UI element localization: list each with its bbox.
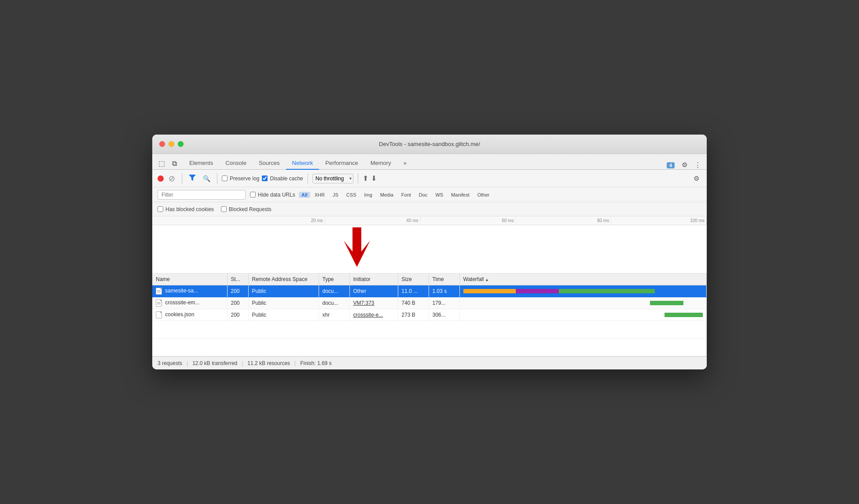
hide-data-urls-checkbox[interactable] bbox=[250, 192, 256, 197]
cell-size-1: 740 B bbox=[398, 297, 429, 309]
search-btn[interactable]: 🔍 bbox=[201, 174, 213, 183]
minimize-button[interactable] bbox=[169, 141, 174, 147]
disable-cache-checkbox[interactable] bbox=[262, 175, 268, 181]
type-btn-manifest[interactable]: Manifest bbox=[448, 191, 473, 198]
disable-cache-label[interactable]: Disable cache bbox=[262, 175, 303, 182]
tab-sources[interactable]: Sources bbox=[253, 157, 286, 170]
throttle-select[interactable]: No throttling bbox=[312, 174, 353, 183]
has-blocked-cookies-checkbox[interactable] bbox=[158, 206, 163, 212]
type-btn-ws[interactable]: WS bbox=[432, 191, 447, 198]
record-button[interactable] bbox=[158, 175, 164, 182]
svg-marker-1 bbox=[344, 227, 370, 267]
th-size[interactable]: Size bbox=[398, 274, 429, 285]
tab-bar: ⬚ ⧉ Elements Console Sources Network Per… bbox=[152, 154, 707, 170]
type-btn-doc[interactable]: Doc bbox=[415, 191, 431, 198]
tab-network[interactable]: Network bbox=[286, 157, 319, 170]
th-status[interactable]: St... bbox=[227, 274, 248, 285]
separator-4 bbox=[358, 173, 358, 184]
type-btn-media[interactable]: Media bbox=[377, 191, 397, 198]
cell-type-1: docu... bbox=[319, 297, 349, 309]
th-waterfall[interactable]: Waterfall bbox=[459, 274, 707, 285]
type-btn-img[interactable]: Img bbox=[360, 191, 375, 198]
timeline-mark-60: 60 ms bbox=[421, 216, 516, 225]
wf-bar-green-2 bbox=[664, 313, 703, 317]
empty-row-1 bbox=[152, 321, 707, 339]
waterfall-bar-container-1 bbox=[463, 300, 703, 306]
cell-waterfall-1 bbox=[459, 297, 707, 309]
table-row[interactable]: crosssite-em... 200 Public docu... VM7:3… bbox=[152, 297, 707, 309]
type-btn-css[interactable]: CSS bbox=[343, 191, 360, 198]
network-table-wrapper: Name St... Remote Address Space Type Ini… bbox=[152, 274, 707, 356]
clear-btn[interactable]: ⊘ bbox=[166, 173, 177, 184]
upload-icon[interactable]: ⬆ bbox=[363, 174, 368, 183]
network-table: Name St... Remote Address Space Type Ini… bbox=[152, 274, 707, 356]
tab-more[interactable]: » bbox=[397, 157, 413, 170]
preserve-log-checkbox[interactable] bbox=[222, 175, 228, 181]
timeline-mark-40: 40 ms bbox=[325, 216, 421, 225]
filter-icon bbox=[189, 175, 196, 181]
th-name[interactable]: Name bbox=[152, 274, 227, 285]
preserve-log-label[interactable]: Preserve log bbox=[222, 175, 259, 182]
cell-name-1: crosssite-em... bbox=[152, 297, 227, 309]
filter-btn[interactable] bbox=[187, 174, 198, 183]
cell-time-2: 306... bbox=[429, 309, 459, 321]
cell-status-2: 200 bbox=[227, 309, 248, 321]
th-time[interactable]: Time bbox=[429, 274, 459, 285]
responsive-icon-btn[interactable]: ⧉ bbox=[169, 158, 180, 169]
timeline-mark-80: 80 ms bbox=[516, 216, 611, 225]
type-btn-font[interactable]: Font bbox=[398, 191, 415, 198]
tab-memory[interactable]: Memory bbox=[364, 157, 397, 170]
window-title: DevTools - samesite-sandbox.glitch.me/ bbox=[379, 141, 480, 147]
cell-waterfall-0 bbox=[459, 285, 707, 297]
filter-input[interactable] bbox=[158, 190, 246, 200]
cell-size-0: 11.0 ... bbox=[398, 285, 429, 297]
cell-initiator-2[interactable]: crosssite-e... bbox=[349, 309, 398, 321]
th-initiator[interactable]: Initiator bbox=[349, 274, 398, 285]
cursor-icon-btn[interactable]: ⬚ bbox=[156, 157, 168, 169]
separator-1 bbox=[182, 173, 182, 184]
wf-bar-orange bbox=[463, 289, 516, 293]
empty-row-2 bbox=[152, 339, 707, 356]
wf-bar-green bbox=[559, 289, 655, 293]
type-btn-other[interactable]: Other bbox=[474, 191, 493, 198]
file-icon-2 bbox=[156, 311, 162, 318]
tab-performance[interactable]: Performance bbox=[319, 157, 364, 170]
network-settings-btn[interactable]: ⚙ bbox=[691, 174, 701, 183]
table-row[interactable]: cookies.json 200 Public xhr crosssite-e.… bbox=[152, 309, 707, 321]
blocked-requests-label[interactable]: Blocked Requests bbox=[221, 206, 272, 212]
has-blocked-cookies-label[interactable]: Has blocked cookies bbox=[158, 206, 214, 212]
cell-initiator-0: Other bbox=[349, 285, 398, 297]
blocked-requests-checkbox[interactable] bbox=[221, 206, 227, 212]
cell-remote-0: Public bbox=[248, 285, 319, 297]
hide-data-urls-label[interactable]: Hide data URLs bbox=[250, 192, 295, 198]
th-type[interactable]: Type bbox=[319, 274, 349, 285]
timeline-ruler: 20 ms 40 ms 60 ms 80 ms 100 ms bbox=[152, 216, 707, 225]
close-button[interactable] bbox=[159, 141, 165, 147]
tab-console[interactable]: Console bbox=[219, 157, 253, 170]
titlebar: DevTools - samesite-sandbox.glitch.me/ bbox=[152, 135, 707, 154]
separator-2 bbox=[217, 173, 217, 184]
type-btn-all[interactable]: All bbox=[299, 192, 310, 198]
tab-elements[interactable]: Elements bbox=[183, 157, 219, 170]
wf-bar-purple bbox=[516, 289, 559, 293]
status-transferred: 12.0 kB transferred bbox=[192, 360, 237, 366]
traffic-lights bbox=[159, 141, 184, 147]
type-btn-js[interactable]: JS bbox=[329, 191, 342, 198]
maximize-button[interactable] bbox=[178, 141, 184, 147]
separator-3 bbox=[308, 173, 308, 184]
table-row[interactable]: samesite-sa... 200 Public docu... Other … bbox=[152, 285, 707, 297]
settings-btn[interactable]: ⚙ bbox=[679, 160, 690, 169]
more-menu-btn[interactable]: ⋮ bbox=[692, 160, 703, 169]
timeline-mark-100: 100 ms bbox=[611, 216, 707, 225]
status-resources: 11.2 kB resources bbox=[247, 360, 290, 366]
status-finish: Finish: 1.69 s bbox=[300, 360, 331, 366]
download-icon[interactable]: ⬇ bbox=[371, 174, 377, 183]
comment-btn[interactable]: 4 bbox=[664, 160, 677, 169]
th-remote[interactable]: Remote Address Space bbox=[248, 274, 319, 285]
comment-badge: 4 bbox=[667, 162, 675, 168]
cell-initiator-1[interactable]: VM7:373 bbox=[349, 297, 398, 309]
cookies-bar: Has blocked cookies Blocked Requests bbox=[152, 202, 707, 216]
type-btn-xhr[interactable]: XHR bbox=[311, 191, 328, 198]
timeline: 20 ms 40 ms 60 ms 80 ms 100 ms bbox=[152, 216, 707, 274]
waterfall-bar-container-2 bbox=[463, 312, 703, 318]
